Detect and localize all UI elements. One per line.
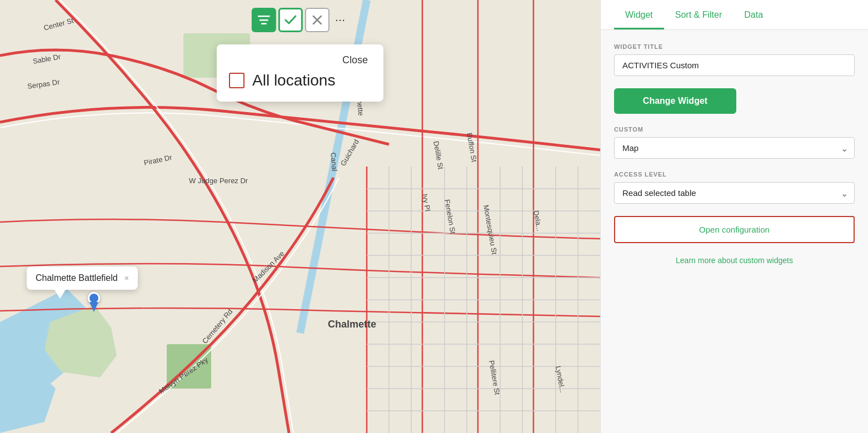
widget-title-label: WIDGET TITLE xyxy=(614,43,855,50)
custom-label: CUSTOM xyxy=(614,126,855,133)
change-widget-section: Change Widget xyxy=(614,88,855,114)
tooltip-tail xyxy=(54,290,66,299)
widget-title-section: WIDGET TITLE xyxy=(614,43,855,76)
access-level-label: ACCESS LEVEL xyxy=(614,171,855,178)
map-container: Center St Sable Dr Serpas Dr Pirate Dr W… xyxy=(0,0,600,433)
map-pin[interactable] xyxy=(88,292,100,312)
learn-more-section: Learn more about custom widgets xyxy=(614,255,855,265)
access-level-select[interactable]: Read selected table Read all tables Writ… xyxy=(614,182,855,204)
more-icon: ··· xyxy=(335,13,345,27)
widget-title-input[interactable] xyxy=(614,54,855,76)
popup-close-button[interactable]: Close xyxy=(342,54,368,66)
tooltip-close-button[interactable]: × xyxy=(124,274,129,283)
svg-rect-28 xyxy=(261,23,267,25)
access-select-wrapper: Read selected table Read all tables Writ… xyxy=(614,182,855,204)
panel-body: WIDGET TITLE Change Widget CUSTOM Map Ta… xyxy=(601,30,868,276)
tab-sort-filter[interactable]: Sort & Filter xyxy=(664,0,733,29)
panel-tabs: Widget Sort & Filter Data xyxy=(601,0,868,30)
custom-select-wrapper: Map Table List Chart ⌄ xyxy=(614,137,855,159)
tab-data[interactable]: Data xyxy=(733,0,774,29)
change-widget-button[interactable]: Change Widget xyxy=(614,88,736,114)
cancel-button[interactable] xyxy=(305,8,330,32)
all-locations-label: All locations xyxy=(252,72,335,89)
battlefield-tooltip: Chalmette Battlefield × xyxy=(27,266,138,290)
tab-widget[interactable]: Widget xyxy=(614,0,664,29)
access-level-section: ACCESS LEVEL Read selected table Read al… xyxy=(614,171,855,204)
svg-rect-26 xyxy=(258,16,270,17)
svg-text:W Judge Perez Dr: W Judge Perez Dr xyxy=(189,177,248,185)
all-locations-checkbox[interactable] xyxy=(229,73,245,88)
locations-popup: Close All locations xyxy=(217,44,383,102)
more-options-button[interactable]: ··· xyxy=(332,13,348,27)
open-config-button[interactable]: Open configuration xyxy=(614,216,855,243)
svg-text:Chalmette: Chalmette xyxy=(328,319,376,330)
confirm-button[interactable] xyxy=(278,8,303,32)
svg-text:Canal: Canal xyxy=(329,152,339,172)
map-toolbar: ··· xyxy=(252,8,348,32)
right-panel: Widget Sort & Filter Data WIDGET TITLE C… xyxy=(600,0,868,433)
svg-rect-27 xyxy=(260,19,268,21)
learn-more-link[interactable]: Learn more about custom widgets xyxy=(676,256,793,265)
custom-section: CUSTOM Map Table List Chart ⌄ xyxy=(614,126,855,159)
filter-button[interactable] xyxy=(252,8,276,32)
tooltip-location-name: Chalmette Battlefield xyxy=(36,273,118,283)
open-config-section: Open configuration xyxy=(614,216,855,243)
custom-select[interactable]: Map Table List Chart xyxy=(614,137,855,159)
pin-needle xyxy=(89,302,98,312)
